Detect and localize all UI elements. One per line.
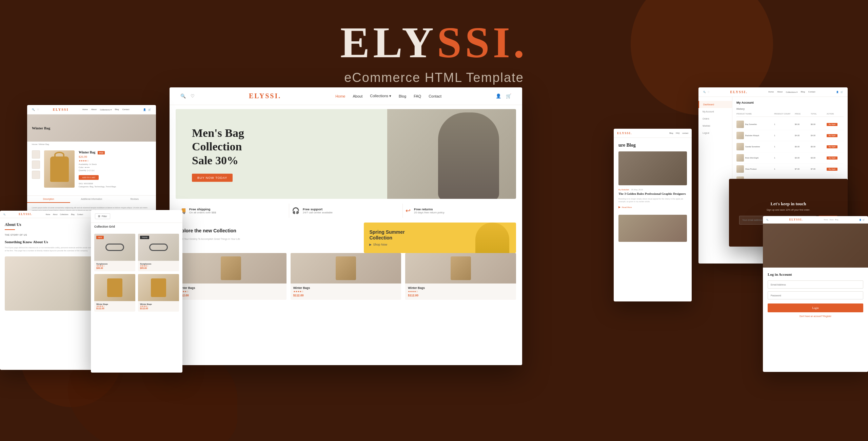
- rm-sidebar-orders[interactable]: Orders: [698, 115, 732, 122]
- rm-action-btn-3[interactable]: Buy Again: [827, 156, 837, 160]
- log-nav-blog[interactable]: Blog: [835, 219, 839, 220]
- rm-sidebar-wishlist[interactable]: Wishlist: [698, 122, 732, 129]
- lm-wishlist-icon[interactable]: ♡: [37, 108, 39, 111]
- rm-wishlist-icon[interactable]: ♡: [708, 91, 709, 93]
- product-stars-0: ★★★★☆: [178, 290, 284, 293]
- blm-nav-collections[interactable]: Collections: [60, 213, 68, 215]
- rm-nav-about[interactable]: About: [777, 91, 783, 93]
- nav-link-blog[interactable]: Blog: [399, 94, 406, 98]
- search-icon[interactable]: 🔍: [180, 93, 186, 99]
- rm-cell-qty-2: 1: [774, 146, 793, 148]
- lm-tab-additional[interactable]: Additional Information: [70, 196, 113, 203]
- lm-hero-text: Winter Bag: [32, 126, 50, 130]
- returns-icon: ↩: [406, 207, 411, 214]
- collection-grid: NEW Sunglasses ★★★★☆ $89.00 TREND Sungla…: [91, 230, 182, 315]
- log-email-input[interactable]: [768, 280, 863, 289]
- log-account-icon[interactable]: 👤: [859, 219, 861, 221]
- log-password-input[interactable]: [768, 291, 863, 299]
- promo-card: Spring Summer Collection ▶ Shop Now: [364, 223, 516, 253]
- bm-nav-contact[interactable]: contact: [682, 132, 688, 134]
- blm-nav-about[interactable]: About: [53, 213, 57, 215]
- log-nav-about[interactable]: About: [829, 219, 834, 220]
- blog-text: Branding is no longer simply about visua…: [618, 197, 687, 203]
- grid-card-img-1: TREND: [138, 234, 179, 261]
- blm-nav-home[interactable]: Home: [46, 213, 50, 215]
- lm-thumb-2[interactable]: [32, 171, 40, 179]
- filter-button[interactable]: ⊞ Filter: [95, 213, 110, 219]
- rm-action-btn-1[interactable]: Buy Again: [827, 134, 837, 137]
- lm-search-icon[interactable]: 🔍: [32, 108, 35, 111]
- lm-account-icon[interactable]: 👤: [143, 108, 146, 111]
- log-register-button[interactable]: Register: [823, 315, 831, 317]
- lm-availability: Availability: In Stock: [79, 163, 151, 165]
- rm-cart-icon[interactable]: 🛒: [841, 91, 843, 93]
- rm-action-btn-0[interactable]: Buy Again: [827, 123, 837, 126]
- rm-sidebar: Dashboard My Account Orders Wishlist Log…: [698, 97, 732, 195]
- lm-nav-home[interactable]: Home: [82, 108, 88, 111]
- lm-cart-icon[interactable]: 🛒: [148, 108, 151, 111]
- rm-account-icon[interactable]: 👤: [836, 91, 839, 93]
- rm-action-btn-4[interactable]: Buy Again: [827, 168, 837, 171]
- account-icon[interactable]: 👤: [496, 93, 501, 99]
- rm-action-btn-2[interactable]: Buy Again: [827, 145, 837, 148]
- blm-nav-contact[interactable]: Contact: [77, 213, 83, 215]
- lm-nav-collections[interactable]: Collections ▾: [100, 108, 112, 111]
- rm-nav-contact[interactable]: Contact: [808, 91, 815, 93]
- rm-cell-total-3: $3.00: [811, 157, 825, 159]
- blog-mockup: ELYSSI. Blog FAQ contact ure Blog By Abd…: [614, 129, 692, 301]
- rm-cell-price-0: $6.00: [795, 123, 809, 125]
- promo-shop-now[interactable]: ▶ Shop Now: [369, 243, 405, 246]
- support-icon: 🎧: [292, 207, 299, 214]
- bm-nav-faq[interactable]: FAQ: [676, 132, 679, 134]
- lm-tab-reviews[interactable]: Reviews: [113, 196, 156, 203]
- add-to-cart-button[interactable]: ADD TO CART: [79, 175, 99, 180]
- filter-bar: ⊞ Filter: [91, 210, 182, 223]
- collection-section: Explore the new Collection Make It Your …: [176, 223, 516, 253]
- bm-nav-blog[interactable]: Blog: [669, 132, 673, 134]
- nav-link-about[interactable]: About: [353, 94, 362, 98]
- blm-search-icon[interactable]: 🔍: [3, 213, 5, 215]
- lm-thumbnails: [32, 150, 40, 189]
- glasses-icon-1: [149, 244, 168, 251]
- lm-thumb-0[interactable]: [32, 150, 40, 159]
- brand-name-ely: ELY: [340, 18, 437, 67]
- log-cart-icon[interactable]: 🛒: [863, 219, 865, 221]
- nav-link-collections[interactable]: Collections ▾: [370, 94, 391, 98]
- hero-cta-button[interactable]: BUY NOW TODAY: [192, 174, 233, 182]
- lm-hero-banner: Winter Bag: [27, 114, 156, 142]
- grid-card-0: NEW Sunglasses ★★★★☆ $89.00: [94, 234, 135, 271]
- lm-thumb-1[interactable]: [32, 161, 40, 169]
- cart-icon[interactable]: 🛒: [506, 93, 511, 99]
- lm-nav-about[interactable]: About: [91, 108, 97, 111]
- blm-nav-blog[interactable]: Blog: [71, 213, 75, 215]
- rm-sidebar-dashboard[interactable]: Dashboard: [698, 101, 732, 108]
- bag-icon-2: [107, 278, 122, 297]
- rm-nav-home[interactable]: Home: [768, 91, 774, 93]
- log-nav-home[interactable]: Home: [824, 219, 828, 220]
- log-form: Log in Account Login Don't have an accou…: [763, 268, 868, 322]
- lm-tab-description[interactable]: Description: [27, 196, 70, 203]
- nav-link-contact[interactable]: Contact: [429, 94, 441, 98]
- rm-search-icon[interactable]: 🔍: [703, 91, 706, 93]
- grid-card-1: TREND Sunglasses ★★★★☆ $95.00: [138, 234, 179, 271]
- lm-nav-contact[interactable]: Contact: [122, 108, 130, 111]
- rm-nav-collections[interactable]: Collections ▾: [786, 91, 797, 93]
- rm-cell-price-4: $7.00: [795, 168, 809, 170]
- rm-nav-blog[interactable]: Blog: [801, 91, 805, 93]
- rm-th-product: Product Name: [736, 113, 773, 115]
- log-login-button[interactable]: Login: [768, 303, 863, 312]
- lm-nav-blog[interactable]: Blog: [115, 108, 119, 111]
- rm-sidebar-account[interactable]: My Account: [698, 108, 732, 115]
- feature-support-title: Free support: [303, 207, 333, 211]
- product-card-2: Winter Bags ★★★★☆ $112.00: [405, 253, 516, 300]
- nav-link-home[interactable]: Home: [335, 94, 345, 98]
- nav-icons-left: 🔍 ♡: [180, 93, 195, 99]
- log-search-icon[interactable]: 🔍: [766, 219, 768, 221]
- rm-sidebar-logout[interactable]: Logout: [698, 129, 732, 136]
- feature-support-desc: 24/7 call center available: [303, 211, 333, 214]
- nav-link-faq[interactable]: FAQ: [414, 94, 421, 98]
- rm-product-thumb-3: [736, 154, 744, 162]
- log-navbar: 🔍 ELYSSI. Home About Blog 👤 🛒: [763, 216, 868, 224]
- wishlist-icon[interactable]: ♡: [191, 93, 195, 99]
- read-more-link[interactable]: ▶ Read More: [618, 206, 687, 209]
